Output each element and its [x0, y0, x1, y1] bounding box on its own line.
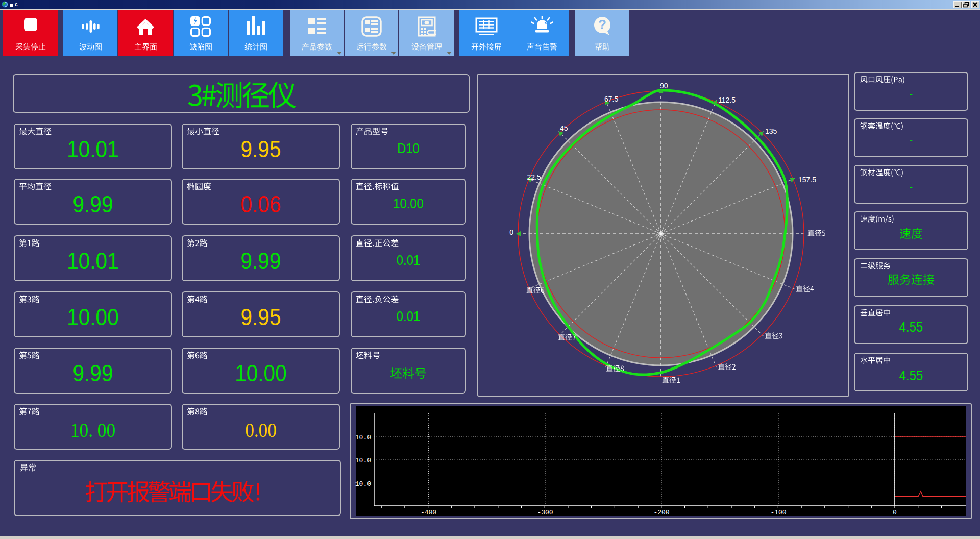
svg-text:22.5: 22.5 — [527, 173, 541, 181]
svg-text:67.5: 67.5 — [604, 95, 618, 103]
svg-text:10.0: 10.0 — [355, 457, 371, 464]
svg-text:45: 45 — [560, 124, 568, 132]
svg-text:10.0: 10.0 — [355, 434, 371, 442]
svg-text:135: 135 — [765, 127, 777, 135]
svg-text:90: 90 — [660, 82, 668, 90]
svg-text:10.0: 10.0 — [355, 480, 371, 488]
svg-text:-200: -200 — [653, 509, 669, 517]
svg-text:-100: -100 — [770, 509, 786, 517]
svg-text:112.5: 112.5 — [718, 96, 736, 104]
svg-text:?: ? — [598, 17, 606, 32]
svg-text:-400: -400 — [421, 509, 436, 517]
svg-text:0: 0 — [893, 509, 897, 517]
svg-text:0: 0 — [509, 228, 513, 236]
svg-text:-300: -300 — [537, 509, 553, 517]
svg-text:157.5: 157.5 — [798, 176, 816, 184]
